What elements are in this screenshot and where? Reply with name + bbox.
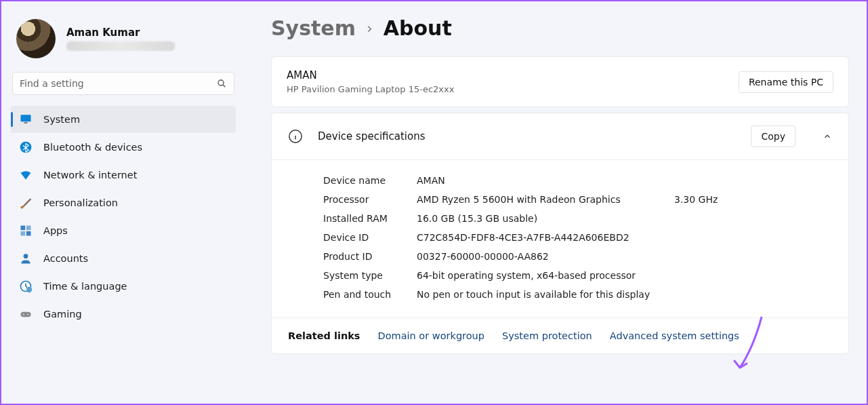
svg-point-0 bbox=[218, 80, 224, 85]
related-links-row: Related links Domain or workgroup System… bbox=[272, 317, 848, 353]
spec-value: AMAN bbox=[417, 175, 674, 186]
spec-value: AMD Ryzen 5 5600H with Radeon Graphics bbox=[417, 194, 674, 205]
gamepad-icon bbox=[19, 307, 33, 321]
info-icon bbox=[288, 129, 303, 144]
pc-name: AMAN bbox=[287, 69, 454, 81]
nav-label: System bbox=[43, 114, 80, 125]
person-icon bbox=[19, 252, 33, 265]
avatar bbox=[16, 19, 56, 58]
related-label: Related links bbox=[288, 330, 360, 341]
spec-label: Processor bbox=[323, 194, 417, 205]
pc-model: HP Pavilion Gaming Laptop 15-ec2xxx bbox=[287, 84, 454, 94]
sidebar-item-time-language[interactable]: Time & language bbox=[11, 273, 236, 300]
clock-icon bbox=[19, 279, 33, 293]
sidebar-item-accounts[interactable]: Accounts bbox=[11, 245, 236, 272]
svg-rect-7 bbox=[26, 226, 31, 231]
nav-label: Bluetooth & devices bbox=[43, 142, 142, 153]
copy-button[interactable]: Copy bbox=[751, 126, 795, 147]
spec-row: Pen and touchNo pen or touch input is av… bbox=[323, 285, 832, 304]
user-email-blurred bbox=[66, 41, 175, 51]
user-name: Aman Kumar bbox=[66, 26, 175, 39]
svg-rect-2 bbox=[21, 115, 31, 121]
spec-row: Product ID00327-60000-00000-AA862 bbox=[323, 247, 832, 266]
nav-label: Apps bbox=[43, 225, 68, 236]
user-header[interactable]: Aman Kumar bbox=[11, 15, 236, 68]
svg-point-15 bbox=[27, 313, 28, 315]
spec-label: Device name bbox=[323, 175, 417, 186]
svg-point-10 bbox=[24, 254, 28, 258]
nav-label: Time & language bbox=[43, 281, 127, 292]
svg-rect-9 bbox=[26, 231, 31, 236]
rename-pc-button[interactable]: Rename this PC bbox=[739, 71, 833, 93]
section-title: Device specifications bbox=[318, 130, 736, 142]
sidebar-item-system[interactable]: System bbox=[11, 106, 236, 133]
wifi-icon bbox=[19, 168, 33, 182]
nav-label: Personalization bbox=[43, 197, 118, 208]
nav-list: SystemBluetooth & devicesNetwork & inter… bbox=[11, 106, 236, 328]
spec-table: Device nameAMANProcessorAMD Ryzen 5 5600… bbox=[272, 160, 848, 317]
link-system-protection[interactable]: System protection bbox=[502, 330, 592, 341]
bluetooth-icon bbox=[19, 140, 33, 154]
spec-label: System type bbox=[323, 270, 417, 281]
main-content: System › About AMAN HP Pavilion Gaming L… bbox=[244, 1, 867, 404]
sidebar-item-personalization[interactable]: Personalization bbox=[11, 189, 236, 216]
svg-point-14 bbox=[23, 313, 24, 315]
spec-row: Device IDC72C854D-FDF8-4CE3-A7FB-A442A60… bbox=[323, 228, 832, 247]
page-title: About bbox=[384, 16, 452, 40]
sidebar-item-bluetooth-devices[interactable]: Bluetooth & devices bbox=[11, 134, 236, 161]
breadcrumb: System › About bbox=[271, 16, 849, 40]
spec-value: 64-bit operating system, x64-based proce… bbox=[417, 270, 674, 281]
spec-extra: 3.30 GHz bbox=[674, 194, 832, 205]
spec-row: Installed RAM16.0 GB (15.3 GB usable) bbox=[323, 209, 832, 228]
spec-row: Device nameAMAN bbox=[323, 171, 832, 190]
nav-label: Gaming bbox=[43, 309, 82, 320]
spec-row: ProcessorAMD Ryzen 5 5600H with Radeon G… bbox=[323, 190, 832, 209]
svg-rect-6 bbox=[21, 226, 26, 231]
svg-rect-8 bbox=[21, 231, 26, 236]
link-domain-workgroup[interactable]: Domain or workgroup bbox=[377, 330, 484, 341]
spec-label: Device ID bbox=[323, 232, 417, 243]
sidebar: Aman Kumar SystemBluetooth & devicesNetw… bbox=[1, 1, 244, 404]
spec-value: C72C854D-FDF8-4CE3-A7FB-A442A606EBD2 bbox=[417, 232, 674, 243]
search-box[interactable] bbox=[12, 72, 234, 95]
spec-label: Product ID bbox=[323, 251, 417, 262]
search-input[interactable] bbox=[20, 78, 216, 89]
brush-icon bbox=[19, 196, 33, 210]
spec-value: No pen or touch input is available for t… bbox=[417, 289, 674, 300]
search-icon bbox=[216, 78, 227, 89]
svg-line-1 bbox=[223, 85, 225, 87]
sidebar-item-apps[interactable]: Apps bbox=[11, 217, 236, 244]
pc-card: AMAN HP Pavilion Gaming Laptop 15-ec2xxx… bbox=[271, 56, 849, 107]
nav-label: Network & internet bbox=[43, 170, 137, 180]
chevron-up-icon[interactable] bbox=[823, 132, 832, 141]
spec-value: 16.0 GB (15.3 GB usable) bbox=[417, 213, 674, 224]
apps-icon bbox=[19, 224, 33, 237]
display-icon bbox=[19, 113, 33, 126]
spec-value: 00327-60000-00000-AA862 bbox=[417, 251, 674, 262]
spec-row: System type64-bit operating system, x64-… bbox=[323, 266, 832, 285]
link-advanced-system-settings[interactable]: Advanced system settings bbox=[610, 330, 739, 341]
svg-point-5 bbox=[20, 206, 23, 209]
chevron-right-icon: › bbox=[367, 20, 373, 37]
spec-label: Pen and touch bbox=[323, 289, 417, 300]
nav-label: Accounts bbox=[43, 253, 88, 264]
device-specs-section: Device specifications Copy Device nameAM… bbox=[271, 113, 849, 354]
svg-rect-13 bbox=[21, 312, 31, 317]
sidebar-item-gaming[interactable]: Gaming bbox=[11, 301, 236, 328]
svg-point-12 bbox=[26, 287, 32, 292]
sidebar-item-network-internet[interactable]: Network & internet bbox=[11, 161, 236, 189]
svg-rect-3 bbox=[24, 122, 28, 123]
section-header[interactable]: Device specifications Copy bbox=[272, 113, 848, 160]
breadcrumb-parent[interactable]: System bbox=[271, 16, 356, 40]
spec-label: Installed RAM bbox=[323, 213, 417, 224]
